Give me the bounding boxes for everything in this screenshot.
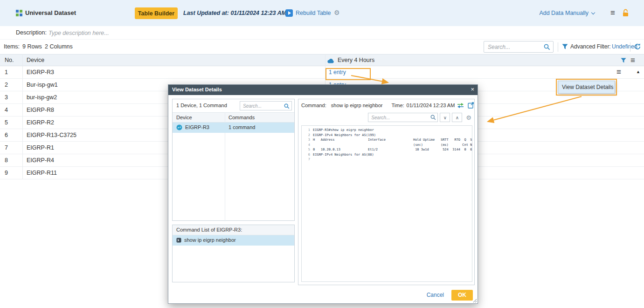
row-number: 8 [5,157,8,164]
top-header: Universal Dataset Table Builder Last Upd… [0,0,644,26]
rebuild-play-icon[interactable] [285,9,293,17]
device-row-selected[interactable]: EIGRP-R3 1 command [173,123,294,133]
output-line: 50 10.20.0.13 Et1/2 10 3w1d 524 3144 0 6… [303,147,472,152]
device-search-box[interactable] [240,101,292,110]
search-icon [544,44,550,50]
output-search-row: ∨ ∧ ⚙ [298,111,474,123]
device-name: EIGRP-R3 [27,69,54,75]
output-search-input[interactable] [368,113,420,122]
lock-icon[interactable] [622,9,629,17]
rows-count: 9 Rows [22,43,42,50]
page-title: Universal Dataset [25,9,76,16]
find-previous-icon[interactable]: ∧ [452,113,462,122]
close-icon[interactable]: × [471,86,474,93]
resize-handle[interactable] [472,298,477,303]
menu-item-view-dataset-details[interactable]: View Dataset Details [558,81,615,93]
cancel-button[interactable]: Cancel [427,292,444,298]
row-number: 3 [5,94,8,101]
command-name: show ip eigrp neighbor [184,237,236,243]
dialog-titlebar[interactable]: View Dataset Details × [168,85,478,95]
cloud-schedule-icon [327,58,335,63]
row-number: 7 [5,144,8,151]
dialog-title: View Dataset Details [172,87,222,92]
command-list-item-selected[interactable]: show ip eigrp neighbor [173,235,294,246]
column-header-device[interactable]: Device [27,57,44,63]
header-menu-icon[interactable]: ≡ [610,9,615,17]
device-summary: 1 Device, 1 Command [176,103,227,108]
device-name: EIGRP-R1 [27,144,54,151]
command-info-bar: Command: show ip eigrp neighbor Time: 01… [298,99,474,111]
time-value: 01/11/2024 12:23 AM [407,103,455,108]
export-compare-icon[interactable] [457,103,464,109]
add-data-manually-dropdown[interactable]: Add Data Manually [539,10,595,16]
description-row: Description: [0,26,644,40]
table-menu-icon[interactable]: ≡ [630,56,635,64]
context-menu: View Dataset Details [558,81,615,94]
device-panel: 1 Device, 1 Command Device Commands EIGR… [172,99,295,221]
view-dataset-details-dialog: View Dataset Details × 1 Device, 1 Comma… [168,84,478,304]
items-toolbar: Items: 9 Rows 2 Columns Advanced Filter:… [0,40,644,54]
command-value: show ip eigrp neighbor [331,103,383,108]
items-label: Items: [4,43,20,50]
open-new-window-icon[interactable] [468,102,474,109]
device-name: EIGRP-R4 [27,157,54,164]
row-number: 2 [5,82,8,88]
row-number: 5 [5,119,8,126]
ok-button[interactable]: OK [451,290,473,301]
last-updated-text: Last Updated at: 01/11/2024 12:23 AM [183,10,286,16]
output-line: 3H Address Interface Hold Uptime SRTT RT… [303,137,472,143]
divider [558,42,558,52]
row-number: 6 [5,132,8,138]
table-search-box[interactable] [484,41,554,53]
dataset-icon [16,10,22,16]
device-name: EIGRP-R11 [27,170,57,176]
add-data-manually-label: Add Data Manually [539,10,589,16]
device-name: EIGRP-R2 [27,119,54,126]
output-settings-gear-icon[interactable]: ⚙ [466,114,471,121]
table-scroll-up-icon[interactable]: ▲ [636,69,640,74]
column-header-commands: Commands [229,115,255,120]
output-line: 4 (sec) (ms) Cnt Num [303,143,472,148]
device-panel-header: 1 Device, 1 Command [173,99,294,112]
divider [630,42,630,52]
command-list-header: Command List of EIGRP-R3: [173,225,294,235]
output-line: 1EIGRP-R3#show ip eigrp neighbor [303,128,472,133]
device-name: Bur-isp-gw1 [27,82,58,88]
advanced-filter-icon[interactable] [562,44,568,50]
command-label: Command: [301,103,326,108]
output-line: 6EIGRP-IPv4 Neighbors for AS(88) [303,152,472,157]
table-search-input[interactable] [484,41,541,52]
device-name: EIGRP-R13-C3725 [27,132,76,138]
column-header-no[interactable]: No. [5,57,14,63]
output-line: 2EIGRP-IPv4 Neighbors for AS(199) [303,133,472,138]
columns-count: 2 Columns [45,43,73,50]
row-menu-icon[interactable]: ≡ [616,68,621,76]
description-label: Description: [16,29,47,36]
column-filter-icon[interactable] [621,58,626,63]
entry-link[interactable]: 1 entry [329,69,346,75]
column-header-device: Device [176,115,192,120]
refresh-icon[interactable] [634,43,641,50]
command-list-title: Command List of EIGRP-R3: [176,227,242,233]
column-header-schedule[interactable]: Every 4 Hours [338,57,374,63]
device-command-count: 1 command [229,124,255,130]
dialog-footer: Cancel OK [168,289,478,301]
find-next-icon[interactable]: ∨ [440,113,450,122]
rebuild-table-button[interactable]: Rebuild Table [296,10,331,16]
table-row[interactable]: 1 EIGRP-R3 1 entry ≡ [0,66,644,79]
device-search-input[interactable] [240,102,281,110]
description-input[interactable] [48,28,244,38]
output-line: 7 [303,157,472,162]
row-number: 1 [5,69,8,75]
chevron-down-icon [591,11,595,14]
command-list-panel: Command List of EIGRP-R3: show ip eigrp … [172,225,295,282]
table-builder-button[interactable]: Table Builder [135,7,178,19]
output-search-box[interactable] [368,113,438,122]
device-name: EIGRP-R8 [27,107,54,113]
row-number: 4 [5,107,8,113]
command-output-viewer[interactable]: 1EIGRP-R3#show ip eigrp neighbor 2EIGRP-… [301,125,472,282]
row-number: 9 [5,170,8,176]
rebuild-settings-gear-icon[interactable]: ⚙ [334,9,340,16]
time-label: Time: [391,103,404,108]
search-options-icon[interactable] [430,115,436,120]
